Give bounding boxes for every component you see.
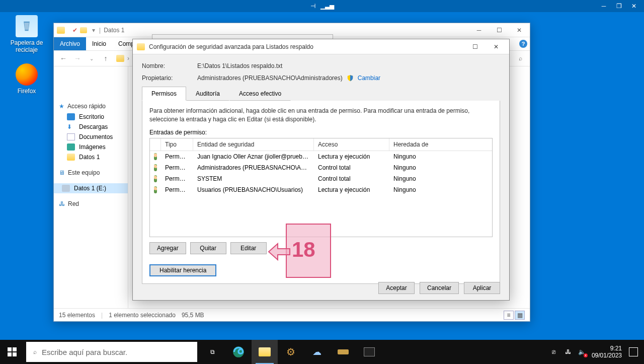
folder-small-icon[interactable] — [80, 27, 87, 33]
table-row[interactable]: Perm…SYSTEMControl totalNinguno — [150, 173, 492, 184]
dialog-titlebar[interactable]: Configuración de seguridad avanzada para… — [133, 39, 509, 54]
cell-acceso: Lectura y ejecución — [314, 152, 389, 161]
tabs: Permisos Auditoría Acceso efectivo — [142, 87, 500, 101]
search-icon[interactable]: ⌕ — [515, 53, 526, 64]
cell-acceso: Lectura y ejecución — [314, 185, 389, 194]
clock-date: 09/01/2023 — [592, 352, 622, 359]
table-row[interactable]: Perm…Administradores (PRUEBASNACHO\Admin… — [150, 162, 492, 173]
header-acceso[interactable]: Acceso — [314, 138, 389, 151]
header-tipo[interactable]: Tipo — [161, 138, 193, 151]
signal-icon: ▁▃▅ — [320, 3, 334, 10]
taskbar-app-3[interactable] — [330, 340, 356, 364]
taskbar-search[interactable]: ⌕ Escribe aquí para buscar. — [26, 342, 197, 362]
view-details-button[interactable]: ≡ — [504, 311, 514, 320]
tab-permisos[interactable]: Permisos — [142, 87, 186, 101]
maximize-icon[interactable]: ❐ — [615, 2, 623, 10]
cancel-button[interactable]: Cancelar — [420, 282, 459, 294]
permissions-table: Tipo Entidad de seguridad Acceso Heredad… — [149, 138, 493, 237]
tray-network-icon[interactable]: 🖧 — [564, 347, 573, 356]
tray-volume-icon[interactable]: 🔈x — [578, 347, 587, 356]
cell-entidad: Usuarios (PRUEBASNACHO\Usuarios) — [193, 185, 314, 194]
address-chevron-icon[interactable]: › — [127, 55, 129, 62]
apply-button[interactable]: Aplicar — [464, 282, 500, 294]
start-button[interactable] — [0, 340, 24, 364]
status-selected: 1 elemento seleccionado — [109, 312, 176, 319]
folder-icon — [57, 27, 65, 34]
taskbar-file-explorer[interactable] — [252, 340, 278, 364]
address-folder-icon — [116, 55, 124, 62]
tab-acceso-efectivo[interactable]: Acceso efectivo — [229, 87, 291, 101]
remove-button[interactable]: Quitar — [190, 242, 226, 254]
forward-button[interactable]: → — [72, 53, 83, 64]
tab-panel-permisos: Para obtener información adicional, haga… — [142, 101, 500, 284]
taskbar-app-2[interactable]: ☁ — [304, 340, 330, 364]
dialog-maximize-button[interactable]: ☐ — [466, 41, 484, 52]
tab-auditoria[interactable]: Auditoría — [186, 87, 229, 101]
task-view-button[interactable]: ⧉ — [199, 340, 225, 364]
recycle-bin[interactable]: Papelera de reciclaje — [8, 15, 45, 53]
sidebar-quick-access[interactable]: ★Acceso rápido — [54, 101, 128, 112]
sidebar-drive-e[interactable]: Datos 1 (E:) — [54, 183, 128, 193]
explorer-sidebar: ★Acceso rápido Escritorio ⬇Descargas Doc… — [54, 66, 128, 308]
qat-dropdown-icon[interactable]: ▾ — [92, 27, 95, 34]
header-heredada[interactable]: Heredada de — [389, 138, 492, 151]
sidebar-network[interactable]: 🖧Red — [54, 198, 128, 209]
sidebar-documents[interactable]: Documentos — [54, 132, 128, 142]
explorer-statusbar: 15 elementos | 1 elemento seleccionado 9… — [54, 308, 530, 321]
cell-heredada: Ninguno — [389, 174, 492, 183]
clock-time: 9:21 — [592, 345, 622, 352]
sidebar-this-pc[interactable]: 🖥Este equipo — [54, 167, 128, 178]
cell-entidad: Juan Ignacio Oller Aznar (jioller@prueba… — [193, 152, 314, 161]
table-row[interactable]: Perm…Usuarios (PRUEBASNACHO\Usuarios)Lec… — [150, 184, 492, 195]
firefox-shortcut[interactable]: Firefox — [8, 63, 45, 95]
cell-entidad: Administradores (PRUEBASNACHO\Admini… — [193, 163, 314, 172]
taskbar-cmd[interactable] — [356, 340, 382, 364]
close-icon[interactable]: ✕ — [630, 2, 638, 10]
help-icon[interactable]: ? — [517, 37, 530, 50]
cell-tipo: Perm… — [161, 185, 193, 194]
dialog-title: Configuración de seguridad avanzada para… — [149, 43, 313, 50]
taskbar-edge[interactable] — [225, 340, 252, 364]
taskbar-app-1[interactable]: ⚙ — [278, 340, 304, 364]
sidebar-images[interactable]: Imágenes — [54, 142, 128, 152]
uac-shield-icon — [347, 75, 354, 82]
dialog-folder-icon — [137, 43, 145, 50]
entries-label: Entradas de permiso: — [149, 129, 493, 136]
ok-button[interactable]: Aceptar — [378, 282, 415, 294]
close-button[interactable]: ✕ — [512, 25, 527, 36]
change-owner-link[interactable]: Cambiar — [358, 75, 380, 82]
dialog-close-button[interactable]: ✕ — [487, 41, 505, 52]
minimize-button[interactable]: ─ — [471, 25, 487, 36]
table-row[interactable]: Perm…Juan Ignacio Oller Aznar (jioller@p… — [150, 151, 492, 162]
maximize-button[interactable]: ☐ — [492, 25, 507, 36]
sidebar-downloads[interactable]: ⬇Descargas — [54, 122, 128, 132]
explorer-title: Datos 1 — [104, 27, 124, 34]
recent-dropdown[interactable]: ⌄ — [86, 53, 97, 64]
users-icon — [154, 164, 157, 171]
action-center-button[interactable] — [629, 347, 638, 356]
users-icon — [154, 186, 157, 193]
search-placeholder: Escribe aquí para buscar. — [42, 348, 127, 356]
system-tray: ⎚ 🖧 🔈x 9:21 09/01/2023 — [543, 345, 644, 359]
pin-icon[interactable]: ⊣ — [310, 3, 315, 10]
cell-acceso: Control total — [314, 163, 389, 172]
edit-button[interactable]: Editar — [230, 242, 267, 254]
windows-logo-icon — [8, 347, 17, 356]
table-header: Tipo Entidad de seguridad Acceso Heredad… — [150, 138, 492, 151]
qat-check-icon[interactable]: ✔ — [72, 27, 78, 33]
up-button[interactable]: ↑ — [100, 53, 111, 64]
add-button[interactable]: Agregar — [149, 242, 186, 254]
help-text: Para obtener información adicional, haga… — [149, 107, 493, 124]
minimize-icon[interactable]: ─ — [600, 2, 608, 10]
back-button[interactable]: ← — [58, 53, 69, 64]
menu-inicio[interactable]: Inicio — [86, 37, 112, 50]
header-entidad[interactable]: Entidad de seguridad — [193, 138, 314, 151]
enable-inheritance-button[interactable]: Habilitar herencia — [149, 264, 216, 276]
view-icons-button[interactable]: ▦ — [515, 311, 525, 320]
name-label: Nombre: — [142, 62, 197, 69]
sidebar-datos1[interactable]: Datos 1 — [54, 152, 128, 162]
taskbar-clock[interactable]: 9:21 09/01/2023 — [592, 345, 622, 359]
sidebar-desktop[interactable]: Escritorio — [54, 112, 128, 122]
menu-archivo[interactable]: Archivo — [54, 37, 86, 50]
tray-display-icon[interactable]: ⎚ — [549, 347, 558, 356]
